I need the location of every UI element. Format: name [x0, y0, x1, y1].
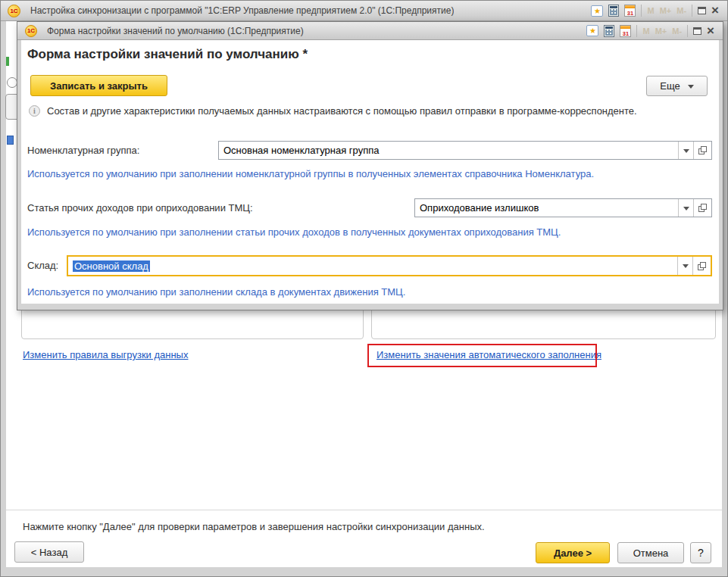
link-edit-upload-rules[interactable]: Изменить правила выгрузки данных [23, 349, 188, 360]
titlebar-separator [692, 5, 692, 17]
fragment-green-marker [6, 57, 9, 66]
maximize-button[interactable] [698, 7, 706, 14]
close-button[interactable]: × [711, 5, 719, 16]
field-hint-other-income-item: Используется по умолчанию при заполнении… [27, 226, 561, 238]
dropdown-icon [683, 149, 689, 156]
titlebar-separator [636, 25, 637, 37]
dropdown-button[interactable] [678, 199, 693, 217]
field-value[interactable]: Оприходование излишков [415, 199, 678, 217]
field-label-other-income-item: Статья прочих доходов при оприходовании … [27, 202, 253, 214]
field-hint-warehouse: Используется по умолчанию при заполнении… [27, 286, 405, 298]
open-button[interactable] [693, 199, 711, 217]
info-row: i Состав и другие характеристики получае… [29, 105, 710, 117]
memory-m-plus-button[interactable]: М+ [655, 27, 667, 36]
dropdown-icon [683, 264, 689, 271]
memory-m-button[interactable]: М [642, 27, 649, 36]
dropdown-button[interactable] [677, 257, 692, 275]
field-value[interactable]: Основная номенклатурная группа [219, 142, 678, 159]
memory-m-minus-button[interactable]: М- [672, 27, 682, 36]
fragment-blue-icon [7, 136, 14, 145]
memory-m-button[interactable]: М [647, 6, 654, 15]
footer-separator [6, 510, 722, 510]
calculator-icon[interactable] [604, 25, 614, 37]
red-highlight-box [367, 344, 597, 367]
onec-logo-icon: 1С [8, 5, 20, 17]
field-input-warehouse[interactable]: Основной склад [67, 255, 712, 276]
calendar-icon[interactable]: 31 [624, 5, 636, 17]
favorites-icon[interactable]: ★ [591, 5, 603, 17]
bg-titlebar: 1С Настройка синхронизации с программой … [1, 1, 727, 21]
selected-text: Основной склад [73, 260, 150, 272]
field-input-nomenclature-group[interactable]: Основная номенклатурная группа [218, 141, 712, 160]
favorites-icon[interactable]: ★ [586, 25, 598, 36]
onec-logo-icon: 1С [25, 25, 37, 37]
info-text: Состав и другие характеристики получаемы… [47, 105, 637, 117]
field-input-other-income-item[interactable]: Оприходование излишков [414, 198, 712, 217]
field-label-warehouse: Склад: [27, 260, 58, 271]
cancel-button[interactable]: Отмена [617, 542, 684, 563]
titlebar-separator [687, 25, 688, 37]
back-button[interactable]: < Назад [14, 541, 84, 563]
modal-titlebar: 1С Форма настройки значений по умолчанию… [17, 22, 723, 40]
page-title: Форма настройки значений по умолчанию * [27, 47, 308, 62]
open-icon [698, 262, 706, 270]
close-button[interactable]: × [707, 26, 714, 36]
memory-m-minus-button[interactable]: М- [676, 6, 686, 15]
memory-m-plus-button[interactable]: М+ [660, 6, 672, 15]
calendar-icon[interactable]: 31 [620, 25, 631, 37]
modal-window: 1С Форма настройки значений по умолчанию… [17, 21, 723, 310]
open-icon [698, 204, 707, 212]
calculator-icon[interactable] [608, 5, 619, 17]
open-button[interactable] [692, 257, 711, 275]
more-button[interactable]: Еще [646, 76, 708, 96]
open-button[interactable] [693, 142, 711, 159]
screen: 1С Настройка синхронизации с программой … [0, 0, 728, 577]
titlebar-separator [641, 5, 642, 17]
bg-window-title: Настройка синхронизации с программой "1С… [30, 5, 454, 16]
modal-window-controls: ★ 31 М М+ М- × [586, 25, 723, 37]
field-label-nomenclature-group: Номенклатурная группа: [27, 145, 139, 156]
next-button[interactable]: Далее > [536, 542, 610, 563]
bg-window-controls: ★ 31 М М+ М- × [591, 5, 727, 17]
footer-hint: Нажмите кнопку "Далее" для проверки пара… [23, 521, 485, 532]
dropdown-button[interactable] [678, 142, 693, 159]
more-button-label: Еще [660, 80, 680, 92]
save-and-close-button[interactable]: Записать и закрыть [30, 75, 167, 96]
dropdown-icon [683, 207, 689, 214]
fragment-radio-circle [7, 77, 17, 88]
modal-body: Форма настройки значений по умолчанию * … [21, 40, 719, 304]
field-value[interactable]: Основной склад [68, 257, 677, 275]
modal-window-title: Форма настройки значений по умолчанию (1… [47, 26, 304, 36]
field-hint-nomenclature-group: Используется по умолчанию при заполнении… [27, 168, 594, 179]
open-icon [698, 146, 707, 154]
info-icon: i [29, 105, 40, 117]
maximize-button[interactable] [693, 27, 701, 35]
help-button[interactable]: ? [690, 542, 711, 563]
chevron-down-icon [688, 85, 694, 92]
